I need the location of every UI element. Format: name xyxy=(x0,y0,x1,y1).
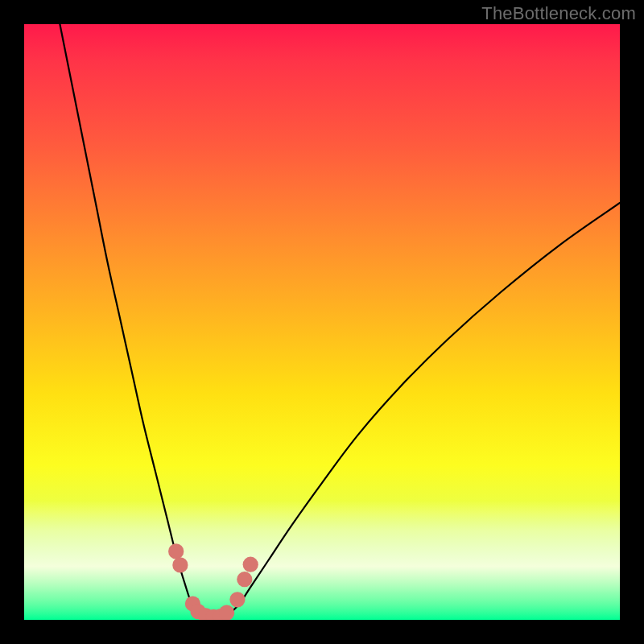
data-point xyxy=(213,609,229,620)
data-point xyxy=(190,604,205,619)
plot-area xyxy=(24,24,620,620)
watermark-text: TheBottleneck.com xyxy=(481,3,636,24)
data-point xyxy=(229,592,245,607)
marker-group xyxy=(168,543,258,620)
data-point xyxy=(198,608,213,620)
data-point xyxy=(219,605,234,621)
chart-frame: TheBottleneck.com xyxy=(0,0,644,644)
data-point xyxy=(206,609,221,620)
data-point xyxy=(172,557,188,572)
data-point xyxy=(185,596,200,611)
bottleneck-curve xyxy=(60,24,620,617)
data-point xyxy=(168,543,184,559)
curve-layer xyxy=(24,24,620,620)
data-point xyxy=(237,572,252,587)
data-point xyxy=(243,557,258,572)
highlight-band xyxy=(24,501,620,620)
